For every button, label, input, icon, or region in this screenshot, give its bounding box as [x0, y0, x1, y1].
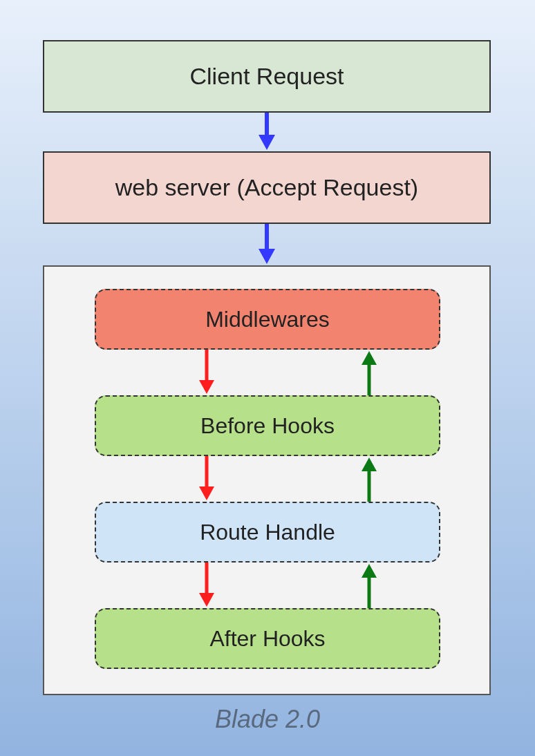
pill-after-hooks-label: After Hooks — [209, 626, 325, 652]
pill-after-hooks: After Hooks — [95, 608, 440, 669]
box-client-label: Client Request — [189, 63, 344, 90]
svg-marker-1 — [259, 135, 275, 150]
box-web-server: web server (Accept Request) — [43, 151, 491, 224]
arrow-up-bh-mw — [362, 350, 376, 395]
arrow-up-rh-bh — [362, 456, 376, 502]
pill-route-handle-label: Route Handle — [200, 520, 335, 545]
arrow-up-ah-rh — [362, 563, 376, 608]
pill-route-handle: Route Handle — [95, 502, 440, 563]
arrow-down-mw-bh — [200, 350, 214, 395]
svg-marker-13 — [362, 457, 377, 471]
arrow-down-rh-ah — [200, 563, 214, 608]
caption-text: Blade 2.0 — [215, 705, 320, 733]
arrow-client-to-server — [260, 113, 274, 151]
arrow-down-bh-rh — [200, 456, 214, 502]
pill-before-hooks: Before Hooks — [95, 395, 440, 456]
processing-panel: Middlewares Before Hooks Route Handle Af… — [43, 265, 491, 695]
pill-middlewares: Middlewares — [95, 289, 440, 350]
box-client-request: Client Request — [43, 40, 491, 113]
arrow-server-to-panel — [260, 224, 274, 265]
svg-marker-15 — [362, 351, 377, 365]
box-server-label: web server (Accept Request) — [115, 174, 418, 201]
svg-marker-11 — [362, 564, 377, 578]
svg-marker-7 — [199, 486, 214, 500]
svg-marker-5 — [199, 380, 214, 394]
svg-marker-3 — [259, 249, 275, 264]
pill-middlewares-label: Middlewares — [205, 307, 330, 332]
pill-before-hooks-label: Before Hooks — [200, 413, 335, 439]
svg-marker-9 — [199, 593, 214, 607]
diagram-caption: Blade 2.0 — [0, 705, 535, 734]
